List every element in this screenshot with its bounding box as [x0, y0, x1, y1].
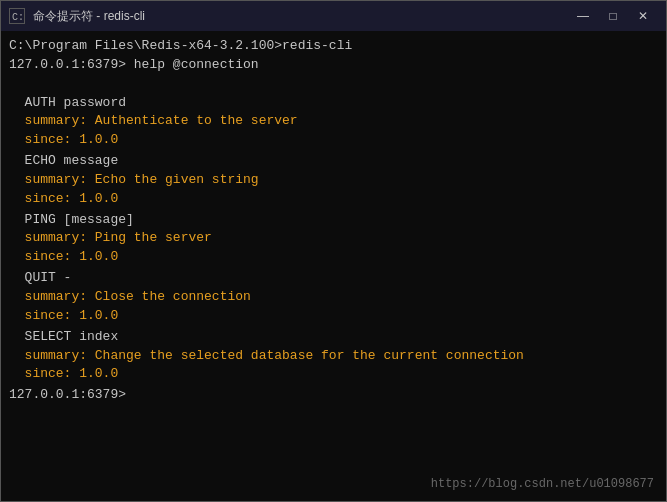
summary-0: summary: Authenticate to the server — [9, 113, 298, 128]
cmd-name-4: SELECT index — [9, 329, 118, 344]
maximize-button[interactable]: □ — [598, 1, 628, 31]
terminal-section-4: SELECT index summary: Change the selecte… — [9, 328, 658, 385]
title-bar-text: 命令提示符 - redis-cli — [33, 8, 145, 25]
cmd-icon: C: — [9, 8, 25, 24]
terminal-section-3: QUIT - summary: Close the connection sin… — [9, 269, 658, 326]
summary-2: summary: Ping the server — [9, 230, 212, 245]
terminal-section-0: AUTH password summary: Authenticate to t… — [9, 94, 658, 151]
final-prompt: 127.0.0.1:6379> — [9, 386, 658, 405]
since-1: since: 1.0.0 — [9, 191, 118, 206]
title-bar-left: C: 命令提示符 - redis-cli — [9, 8, 145, 25]
title-bar-controls: — □ ✕ — [568, 1, 658, 31]
title-bar: C: 命令提示符 - redis-cli — □ ✕ — [1, 1, 666, 31]
watermark: https://blog.csdn.net/u01098677 — [431, 477, 654, 491]
svg-text:C:: C: — [12, 12, 24, 23]
summary-4: summary: Change the selected database fo… — [9, 348, 524, 363]
cmd-name-3: QUIT - — [9, 270, 71, 285]
since-0: since: 1.0.0 — [9, 132, 118, 147]
since-4: since: 1.0.0 — [9, 366, 118, 381]
cmd-name-0: AUTH password — [9, 95, 126, 110]
since-2: since: 1.0.0 — [9, 249, 118, 264]
help-command-line: 127.0.0.1:6379> help @connection — [9, 57, 259, 72]
minimize-button[interactable]: — — [568, 1, 598, 31]
close-button[interactable]: ✕ — [628, 1, 658, 31]
cmd-name-2: PING [message] — [9, 212, 134, 227]
since-3: since: 1.0.0 — [9, 308, 118, 323]
summary-1: summary: Echo the given string — [9, 172, 259, 187]
final-prompt-text: 127.0.0.1:6379> — [9, 387, 126, 402]
terminal-section-1: ECHO message summary: Echo the given str… — [9, 152, 658, 209]
path-line: C:\Program Files\Redis-x64-3.2.100>redis… — [9, 38, 352, 53]
terminal-content: C:\Program Files\Redis-x64-3.2.100>redis… — [9, 37, 658, 94]
summary-3: summary: Close the connection — [9, 289, 251, 304]
terminal-section-2: PING [message] summary: Ping the server … — [9, 211, 658, 268]
cmd-name-1: ECHO message — [9, 153, 118, 168]
terminal-body[interactable]: C:\Program Files\Redis-x64-3.2.100>redis… — [1, 31, 666, 501]
terminal-window: C: 命令提示符 - redis-cli — □ ✕ C:\Program Fi… — [0, 0, 667, 502]
